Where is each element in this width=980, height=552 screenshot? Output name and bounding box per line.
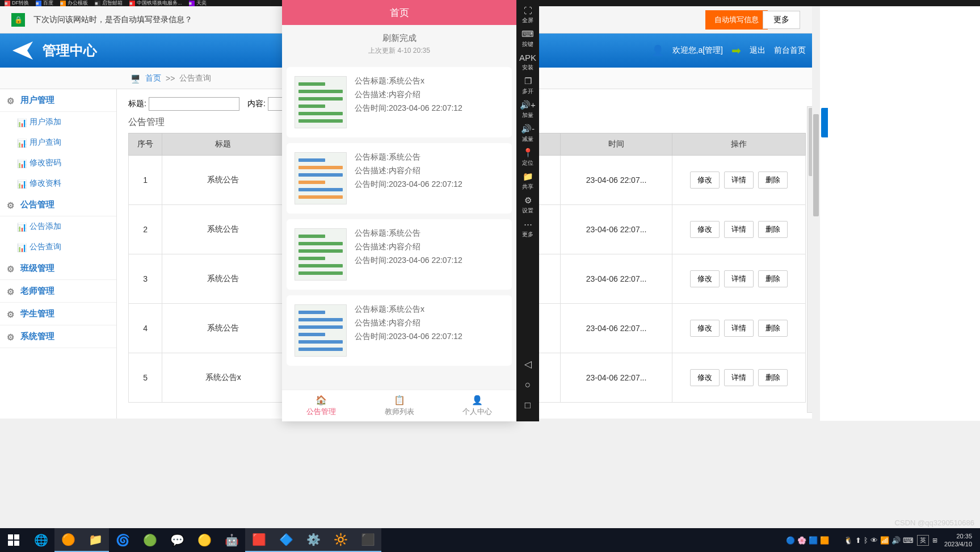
nav-home-icon[interactable]: ○ [525,379,531,391]
tray-network-icon[interactable]: 👁 [870,536,878,545]
front-link[interactable]: 前台首页 [774,45,806,56]
edit-button[interactable]: 修改 [690,172,720,189]
gear-icon: ⚙ [7,96,16,105]
tray-icon[interactable]: ⬆ [855,536,861,545]
scroll-handle[interactable] [821,108,828,137]
home-icon: 🏠 [316,395,327,405]
mobile-card[interactable]: 公告标题: 系统公告x 公告描述: 内容介绍 公告时间: 2023-04-06 … [287,67,512,137]
detail-button[interactable]: 详情 [724,270,754,287]
card-title-value: 系统公告x [389,76,424,86]
delete-button[interactable]: 删除 [758,172,788,189]
edit-button[interactable]: 修改 [690,270,720,287]
taskbar-clock[interactable]: 20:35 2023/4/10 [941,532,975,549]
sidebar-item-user-query[interactable]: 📊用户查询 [0,132,116,153]
emulator-icon: 🔊- [521,124,535,134]
taskbar-app-gear[interactable]: ⚙️ [300,528,327,552]
tray-icon[interactable]: 🌸 [797,536,806,545]
start-button[interactable] [0,528,27,552]
taskbar-app-explorer[interactable]: 📁 [82,528,109,552]
mobile-card[interactable]: 公告标题: 系统公告x 公告描述: 内容介绍 公告时间: 2023-04-06 … [287,295,512,366]
taskbar-app-as[interactable]: 🤖 [218,528,245,552]
taskbar-app-cube[interactable]: 🔷 [272,528,300,552]
emulator-icon: APK [519,53,536,62]
card-title-label: 公告标题: [355,228,389,239]
autofill-button[interactable]: 自动填写信息 [705,10,768,30]
nav-back-icon[interactable]: ◁ [524,358,532,370]
tray-bluetooth-icon[interactable]: ᛒ [864,536,868,545]
emulator-button-定位[interactable]: 📍定位 [518,145,538,169]
emulator-button-共享[interactable]: 📁共享 [518,169,538,193]
sidebar-item-notice-add[interactable]: 📊公告添加 [0,216,116,237]
tab-profile[interactable]: 👤个人中心 [438,390,516,421]
tray-keyboard-icon[interactable]: ⌨ [903,536,914,545]
taskbar-app-chat[interactable]: 💬 [163,528,191,552]
mobile-list[interactable]: 公告标题: 系统公告x 公告描述: 内容介绍 公告时间: 2023-04-06 … [282,61,516,390]
card-time-value: 2023-04-06 22:07:12 [389,256,462,266]
tray-icon[interactable]: 🟧 [820,536,829,545]
detail-button[interactable]: 详情 [724,369,754,386]
sidebar-group-teacher[interactable]: ⚙老师管理 [0,280,116,303]
tab-notice[interactable]: 🏠公告管理 [282,390,360,421]
emulator-button-加量[interactable]: 🔊+加量 [518,98,538,122]
delete-button[interactable]: 删除 [758,270,788,287]
ime-indicator[interactable]: 英 [917,535,929,546]
sidebar-group-class[interactable]: ⚙班级管理 [0,257,116,280]
card-title-label: 公告标题: [355,152,389,162]
emulator-nav: ◁ ○ □ [524,358,532,421]
emulator-button-更多[interactable]: ⋯更多 [518,217,538,241]
detail-button[interactable]: 详情 [724,320,754,337]
taskbar-app-ie[interactable]: 🌐 [27,528,54,552]
search-title-input[interactable] [149,97,239,111]
delete-button[interactable]: 删除 [758,320,788,337]
cell-time: 23-04-06 22:07... [561,254,672,304]
nav-recent-icon[interactable]: □ [525,400,531,411]
edit-button[interactable]: 修改 [690,369,720,386]
tree-icon: 📊 [17,223,25,231]
emulator-button-减量[interactable]: 🔊-减量 [518,122,538,145]
card-desc-value: 内容介绍 [389,90,420,100]
detail-button[interactable]: 详情 [724,172,754,189]
taskbar: 🌐 🟠 📁 🌀 🟢 💬 🟡 🤖 🟥 🔷 ⚙️ 🔆 ⬛ 🔵 🌸 🟦 🟧 🐧 ⬆ ᛒ… [0,528,980,552]
taskbar-app-360[interactable]: 🟡 [191,528,218,552]
edit-button[interactable]: 修改 [690,221,720,238]
sidebar-group-users[interactable]: ⚙用户管理 [0,89,116,112]
emulator-button-多开[interactable]: ❐多开 [518,74,538,98]
card-desc-label: 公告描述: [355,318,389,328]
emulator-icon: ❐ [524,76,532,86]
sidebar-group-student[interactable]: ⚙学生管理 [0,303,116,325]
emulator-button-全屏[interactable]: ⛶全屏 [518,3,538,27]
breadcrumb-home[interactable]: 首页 [145,73,161,83]
tray-volume-icon[interactable]: 🔊 [891,536,901,545]
mobile-card[interactable]: 公告标题: 系统公告 公告描述: 内容介绍 公告时间: 2023-04-06 2… [287,143,512,214]
taskbar-app-edge[interactable]: 🌀 [109,528,136,552]
taskbar-app-green[interactable]: 🟢 [136,528,163,552]
logout-link[interactable]: 退出 [750,45,766,56]
sidebar-group-notice[interactable]: ⚙公告管理 [0,194,116,216]
sidebar-group-system[interactable]: ⚙系统管理 [0,325,116,348]
sidebar-item-user-add[interactable]: 📊用户添加 [0,112,116,132]
emulator-button-安装[interactable]: APK安装 [518,51,538,74]
more-button[interactable]: 更多 [763,11,800,29]
detail-button[interactable]: 详情 [724,221,754,238]
emulator-button-设置[interactable]: ⚙设置 [518,193,538,217]
delete-button[interactable]: 删除 [758,369,788,386]
sidebar-item-change-pwd[interactable]: 📊修改密码 [0,153,116,173]
mobile-card[interactable]: 公告标题: 系统公告 公告描述: 内容介绍 公告时间: 2023-04-06 2… [287,219,512,290]
taskbar-apps: 🌐 🟠 📁 🌀 🟢 💬 🟡 🤖 🟥 🔷 ⚙️ 🔆 ⬛ [27,528,381,552]
tray-icon[interactable]: 🔵 [786,536,795,545]
tray-icon[interactable]: 🟦 [809,536,818,545]
sidebar-item-change-profile[interactable]: 📊修改资料 [0,173,116,194]
tray-wifi-icon[interactable]: 📶 [880,536,889,545]
taskbar-app-browser[interactable]: 🟠 [54,528,82,552]
emulator-button-按键[interactable]: ⌨按键 [518,27,538,51]
edit-button[interactable]: 修改 [690,320,720,337]
tray-icon[interactable]: 🐧 [844,536,853,545]
taskbar-app-sun[interactable]: 🔆 [327,528,354,552]
sidebar-item-notice-query[interactable]: 📊公告查询 [0,237,116,257]
taskbar-app-terminal[interactable]: ⬛ [354,528,381,552]
taskbar-app-red[interactable]: 🟥 [245,528,272,552]
delete-button[interactable]: 删除 [758,221,788,238]
ime-grid-icon[interactable]: ⊞ [932,537,937,544]
tab-teacher[interactable]: 📋教师列表 [360,390,439,421]
page-scrollbar[interactable] [812,6,820,421]
